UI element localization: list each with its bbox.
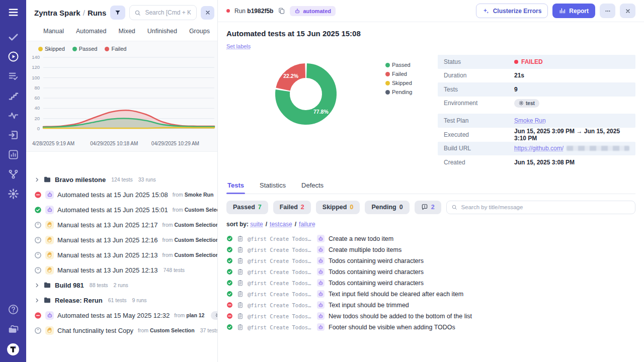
run-name: Automated tests at 15 Jun 2025 15:01 [57, 206, 168, 214]
more-button[interactable] [600, 4, 615, 18]
copy-icon [278, 7, 285, 15]
runs-tab-automated[interactable]: Automated [76, 26, 106, 37]
chevron-right-icon[interactable] [34, 177, 40, 183]
clipboard-icon [237, 235, 244, 242]
run-row[interactable]: Manual tests at 13 Jun 2025 12:13748 tes… [34, 262, 217, 278]
detail-row-tests: Tests9 [438, 82, 635, 97]
test-row[interactable]: @first Create Todos…Todos containing wei… [226, 255, 635, 266]
donut-legend-item-pending[interactable]: Pending [385, 89, 438, 95]
chevron-right-icon[interactable] [34, 283, 40, 288]
run-source: from Smoke Run [173, 192, 214, 198]
run-row[interactable]: Manual tests at 13 Jun 2025 12:16from Cu… [34, 232, 217, 247]
sort-by-suite[interactable]: suite [250, 221, 263, 228]
run-row[interactable]: Manual tests at 13 Jun 2025 12:13from Cu… [34, 247, 217, 262]
runs-tab-groups[interactable]: Groups [189, 26, 210, 37]
report-button[interactable]: Report [552, 4, 595, 18]
test-row[interactable]: @first Create Todos…Create multiple todo… [226, 244, 635, 255]
clipboard-icon [237, 268, 244, 275]
test-suite: @first Create Todos… [248, 291, 313, 297]
runs-nav-button[interactable] [8, 51, 19, 62]
tab-defects[interactable]: Defects [300, 179, 325, 194]
breadcrumb-project[interactable]: Zyntra Spark [34, 9, 80, 17]
tests-search-input[interactable] [460, 204, 630, 211]
svg-text:20: 20 [34, 116, 40, 121]
sort-by-failure[interactable]: failure [299, 221, 315, 228]
test-row[interactable]: @first Create Todos…Text input should be… [226, 300, 635, 311]
clipboard-icon [237, 246, 244, 253]
test-plan-link[interactable]: Smoke Run [514, 117, 546, 124]
runs-tab-manual[interactable]: Manual [43, 26, 64, 37]
collapse-panel-button[interactable] [201, 6, 214, 20]
folder-row[interactable]: Build 98188 tests2 runs [34, 278, 217, 293]
legend-item-skipped[interactable]: Skipped [38, 46, 65, 52]
test-name: Create a new todo item [329, 235, 393, 242]
run-row[interactable]: Automated tests at 15 May 2025 12:32from… [34, 308, 217, 323]
svg-text:0: 0 [37, 126, 40, 131]
tab-tests[interactable]: Tests [226, 179, 245, 194]
logo-nav-button[interactable] [7, 343, 20, 356]
donut-legend-item-failed[interactable]: Failed [385, 71, 438, 77]
reports-nav-button[interactable] [8, 149, 19, 160]
set-labels-link[interactable]: Set labels [226, 43, 251, 49]
projects-nav-button[interactable] [8, 323, 19, 335]
donut-legend-item-passed[interactable]: Passed [385, 62, 438, 68]
test-row[interactable]: @first Create Todos…Todos containing wei… [226, 266, 635, 278]
filter-pill-pending[interactable]: Pending 0 [365, 201, 409, 214]
close-run-button[interactable] [620, 4, 635, 18]
detail-row-duration: Duration21s [438, 69, 635, 83]
legend-item-failed[interactable]: Failed [105, 46, 126, 52]
ellipsis-icon [604, 8, 611, 15]
filter-pill-failed[interactable]: Failed 2 [273, 201, 311, 214]
tab-statistics[interactable]: Statistics [259, 179, 287, 194]
runs-tab-mixed[interactable]: Mixed [118, 26, 135, 37]
failed-status-icon [226, 302, 233, 308]
filter-button[interactable] [110, 6, 125, 20]
topbar-actions: Clusterize Errors Report [476, 4, 635, 18]
menu-nav-button[interactable] [8, 7, 19, 18]
robot-icon [317, 323, 325, 331]
run-row[interactable]: Manual tests at 13 Jun 2025 12:17from Cu… [34, 217, 217, 232]
import-nav-button[interactable] [8, 129, 19, 141]
test-row[interactable]: @first Create Todos…Text input field sho… [226, 289, 635, 300]
donut-legend-item-skipped[interactable]: Skipped [385, 80, 438, 86]
comments-pill[interactable]: 2 [415, 201, 441, 214]
legend-dot [385, 72, 390, 76]
runs-search-input[interactable] [144, 9, 192, 17]
filter-pill-skipped[interactable]: Skipped 0 [316, 201, 360, 214]
analytics-nav-button[interactable] [8, 110, 19, 121]
passed-status-icon [226, 246, 233, 253]
hand-icon [45, 266, 54, 275]
chevron-right-icon[interactable] [34, 298, 40, 303]
run-row[interactable]: Automated tests at 15 Jun 2025 15:01from… [34, 202, 217, 217]
breadcrumb: Zyntra Spark/Runs [34, 9, 106, 17]
help-nav-button[interactable] [8, 304, 19, 315]
branches-nav-button[interactable] [8, 168, 19, 180]
steps-nav-button[interactable] [8, 90, 19, 102]
runs-tab-unfinished[interactable]: Unfinished [147, 26, 177, 37]
test-row[interactable]: @first Create Todos…Footer should be vis… [226, 322, 635, 333]
test-suite: @first Create Todos… [248, 324, 313, 330]
test-row[interactable]: @first Create Todos…Todos containing wei… [226, 278, 635, 289]
sort-by-testcase[interactable]: testcase [270, 221, 292, 228]
folder-row[interactable]: Release: Rerun61 tests9 runs [34, 293, 217, 308]
build-url-link[interactable]: https://github.com/ [514, 145, 564, 152]
legend-item-passed[interactable]: Passed [72, 46, 98, 52]
run-row[interactable]: Automated tests at 15 Jun 2025 15:08from… [34, 187, 217, 202]
test-row[interactable]: @first Create Todos…Create a new todo it… [226, 233, 635, 244]
folder-icon [43, 296, 51, 304]
test-row[interactable]: @first Create Todos…New todos should be … [226, 311, 635, 322]
settings-nav-button[interactable] [8, 188, 19, 200]
tests-nav-button[interactable] [8, 31, 19, 43]
run-row[interactable]: Chat functinality test Copyfrom Custom S… [34, 323, 217, 338]
test-plans-nav-button[interactable] [8, 70, 19, 82]
filter-count: 2 [301, 204, 304, 211]
clipboard-icon [237, 302, 244, 308]
filter-pill-passed[interactable]: Passed 7 [226, 201, 268, 214]
clusterize-errors-button[interactable]: Clusterize Errors [476, 4, 548, 18]
folder-row[interactable]: Bravo milestone124 tests33 runs [34, 172, 217, 187]
reports-icon [8, 149, 19, 160]
test-suite: @first Create Todos… [248, 236, 313, 242]
automated-badge[interactable]: automated [290, 6, 336, 16]
copy-run-id-button[interactable] [278, 7, 285, 15]
run-meta: 748 tests [163, 267, 185, 273]
